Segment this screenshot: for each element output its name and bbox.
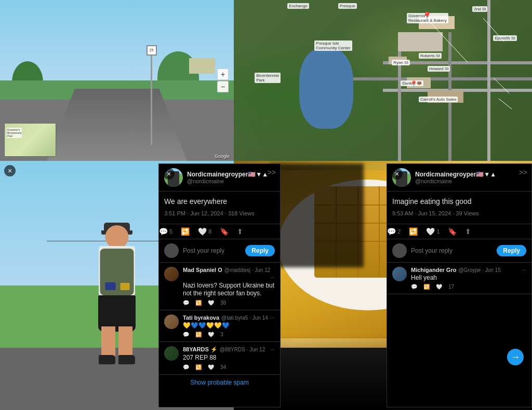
person-shoes [99, 355, 135, 364]
tw1-like-action[interactable]: 🤍 8 [198, 227, 211, 236]
aerial-label-ryan: Ryan St [392, 60, 409, 65]
tw1-reply-box: Post your reply Reply [159, 239, 280, 263]
tw2-reply-button[interactable]: Reply [497, 245, 526, 256]
c3-reply-icon[interactable]: 💬 [183, 364, 189, 370]
backpack-patch-1 [105, 282, 116, 290]
close-button-tw1[interactable]: × [163, 168, 175, 180]
tw2-comment-1-body: Michigander Gro @Groype · Jun 15 ··· Hel… [411, 267, 526, 290]
tw1-comment-3-actions: 💬 🔁 🤍 34 [183, 364, 275, 370]
tw2-next-button[interactable]: → [507, 349, 524, 365]
tw1-comment-2-handle: @tati.byra5 · Jun 14 [221, 315, 268, 321]
google-watermark: Google [215, 154, 230, 159]
tw1-comment-1-body: Mad Spaniel O @maddiesj · Jun 12 ··· Naz… [183, 267, 275, 306]
background-building [189, 58, 215, 74]
close-button-person[interactable]: × [4, 165, 16, 176]
tw2-tweet-text: Imagine eating this good [392, 197, 526, 207]
c2-likes-count: 3 [220, 332, 223, 337]
aerial-label-exchange: Exchange [287, 3, 309, 9]
backpack-patch-2 [121, 283, 130, 290]
tw2-c1-retweet-icon[interactable]: 🔁 [423, 284, 430, 290]
tw2-meta: 9:53 AM · Jun 15, 2024 · 39 Views [392, 210, 526, 216]
fry-line-3 [379, 186, 380, 278]
aerial-label-presque: Presque [338, 3, 357, 9]
tw2-reply-action[interactable]: 💬 2 [387, 227, 401, 236]
person-head [105, 225, 129, 249]
aerial-label-auto: Carroll's Auto Sales [419, 97, 458, 102]
map-controls[interactable]: + − [217, 69, 229, 92]
twitter-panel-1: × >> Nordicmainegroyper🇺🇸▼▲ @nordicmaine… [158, 163, 281, 407]
tw2-c1-likes-count: 17 [448, 284, 454, 290]
share-icon: ⬆ [237, 227, 243, 236]
tw1-comment-3-header: 88YARDS ⚡ @88YRDS · Jun 12 ··· [183, 346, 275, 353]
left-leg [101, 326, 115, 358]
tw1-comment-2-text: 💛💙💙💛💛💙 [183, 322, 275, 330]
c2-like-icon[interactable]: 🤍 [208, 332, 214, 337]
tw2-comment-1-user: Michigander Gro [411, 267, 456, 273]
tw2-header: Nordicmainegroyper🇺🇸▼▲ @nordicmaine [387, 164, 531, 192]
person-figure [86, 225, 148, 360]
c1-reply-icon[interactable]: 💬 [183, 300, 189, 306]
c3-like-icon[interactable]: 🤍 [208, 364, 214, 370]
like-icon: 🤍 [198, 227, 207, 236]
tw1-tweet-text: We are everywhere [164, 197, 275, 207]
tw1-bookmark-action[interactable]: 🔖 [220, 227, 229, 236]
tw1-comment-3-body: 88YARDS ⚡ @88YRDS · Jun 12 ··· 207 REP 8… [183, 346, 275, 370]
tw2-bookmark-action[interactable]: 🔖 [448, 227, 457, 236]
person-legs [101, 326, 132, 358]
tw1-comment-2-user: Tati byrakova [183, 315, 219, 321]
tw2-like-action[interactable]: 🤍 1 [426, 227, 440, 236]
tw1-reply-avatar [164, 243, 179, 258]
tw1-actions: 💬 5 🔁 🤍 8 🔖 ⬆ [159, 224, 280, 239]
tw1-reply-button[interactable]: Reply [245, 245, 275, 256]
road-vertical-3 [487, 0, 490, 161]
tw1-handle: @nordicmaine [187, 178, 275, 184]
minimap[interactable]: Governor'sBicentennialPark [4, 123, 56, 157]
tw1-comment-2-body: Tati byrakova @tati.byra5 · Jun 14 ··· 💛… [183, 315, 275, 338]
zoom-in-button[interactable]: + [217, 69, 229, 80]
aerial-label-2nd: 2nd St [472, 6, 487, 12]
tw2-share-action[interactable]: ⬆ [465, 227, 471, 236]
tw1-username: Nordicmainegroyper🇺🇸▼▲ [187, 171, 275, 178]
close-button-tw2[interactable]: × [391, 168, 403, 180]
tw1-comment-1-header: Mad Spaniel O @maddiesj · Jun 12 ··· [183, 267, 275, 281]
tw1-comment-1-handle: @maddiesj · Jun 12 [224, 267, 271, 273]
tw1-share-action[interactable]: ⬆ [237, 227, 243, 236]
tw2-bookmark-icon: 🔖 [448, 227, 457, 236]
c1-like-icon[interactable]: 🤍 [208, 300, 214, 306]
river [299, 48, 353, 129]
tw1-comment-2-header: Tati byrakova @tati.byra5 · Jun 14 ··· [183, 315, 275, 321]
building-community-center [398, 32, 443, 51]
tw2-retweet-action[interactable]: 🔁 [409, 227, 418, 236]
c2-retweet-icon[interactable]: 🔁 [195, 332, 202, 337]
twitter-panel-2: × >> Nordicmainegroyper🇺🇸▼▲ @nordicmaine… [387, 163, 532, 407]
tw1-reply-input[interactable]: Post your reply [183, 247, 241, 254]
c3-retweet-icon[interactable]: 🔁 [195, 364, 202, 370]
tw2-comment-1-dots: ··· [522, 267, 526, 273]
tw2-reply-input[interactable]: Post your reply [411, 247, 493, 254]
more-button-tw1[interactable]: >> [268, 168, 276, 176]
tw1-comment-1-dots: ··· [271, 275, 275, 281]
tw2-like-icon: 🤍 [426, 227, 435, 236]
tw1-spam-link[interactable]: Show probable spam [159, 375, 280, 390]
tw2-username: Nordicmainegroyper🇺🇸▼▲ [415, 171, 526, 178]
aerial-label-epworth: Epworth St [493, 35, 516, 41]
c1-retweet-icon[interactable]: 🔁 [195, 300, 202, 306]
zoom-out-button[interactable]: − [217, 81, 229, 92]
aerial-label-roberts: Roberts St [419, 53, 442, 59]
more-button-tw2[interactable]: >> [519, 168, 527, 176]
tw2-c1-reply-icon[interactable]: 💬 [411, 284, 417, 290]
tw2-c1-like-icon[interactable]: 🤍 [436, 284, 442, 290]
tw1-reply-action[interactable]: 💬 5 [159, 227, 172, 236]
retweet-icon: 🔁 [181, 227, 190, 236]
tw1-header: Nordicmainegroyper🇺🇸▼▲ @nordicmaine [159, 164, 280, 192]
svg-line-3 [499, 99, 512, 109]
tw1-retweet-action[interactable]: 🔁 [181, 227, 190, 236]
c2-reply-icon[interactable]: 💬 [183, 332, 189, 337]
tw1-comment-1-avatar [164, 267, 179, 281]
c1-likes-count: 38 [220, 300, 226, 306]
tw1-comment-1-text: Nazi lovers? Support Ukraine but not the… [183, 282, 275, 298]
pin-dunkin: 📍 [410, 80, 418, 88]
street-view-panel: 25 Governor'sBicentennialPark Google + − [0, 0, 234, 161]
tw2-comment-1: Michigander Gro @Groype · Jun 15 ··· Hel… [387, 263, 531, 295]
aerial-map-background: BicentennialPark Presque IsleCommunity C… [234, 0, 532, 161]
